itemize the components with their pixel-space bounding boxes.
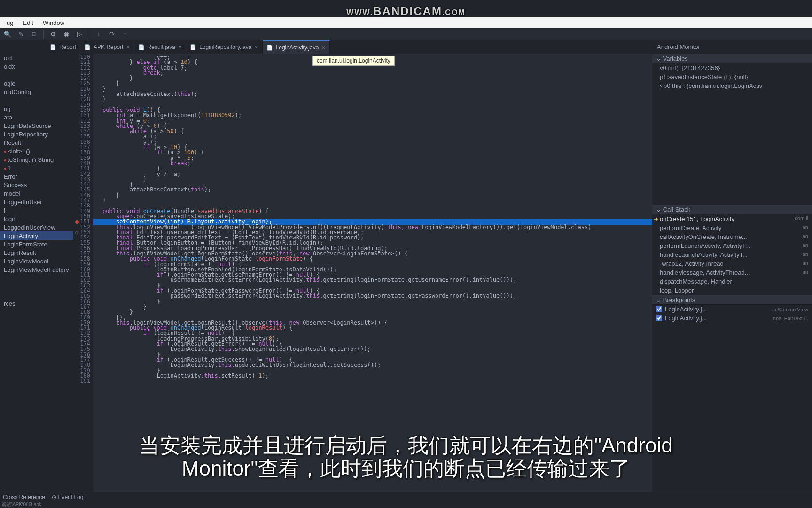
tab-loginrepository-java[interactable]: 📄LoginRepository.java× [186, 40, 262, 54]
tree-item[interactable]: login [0, 214, 73, 223]
stack-frame[interactable]: performCreate, Activityan [652, 223, 812, 232]
code-line[interactable]: int y = 0; [93, 119, 652, 124]
code-line[interactable]: LoginActivity.this.setResult(-1); [93, 373, 652, 379]
tree-item[interactable]: LoginActivity [0, 231, 73, 240]
breakpoint-item[interactable]: LoginActivity.j...final EditText u. [652, 314, 812, 323]
code-line[interactable] [93, 103, 652, 108]
close-icon[interactable]: × [321, 44, 325, 51]
code-line[interactable]: passwordEditText.setError(LoginActivity.… [93, 294, 652, 299]
stack-frame[interactable]: handleMessage, ActivityThread...an [652, 268, 812, 277]
tree-item[interactable] [0, 96, 73, 104]
edit-icon[interactable]: ✎ [17, 31, 24, 38]
variable-item[interactable]: p1:savedInstanceState (L): {null} [652, 72, 812, 81]
tree-item[interactable]: LoginRepository [0, 130, 73, 138]
variable-item[interactable]: p0:this : (com.lian.ui.login.LoginActiv [652, 81, 812, 90]
tab-result-java[interactable]: 📄Result.java× [134, 40, 187, 54]
line-gutter[interactable]: 1201211221231241251261271281291301311321… [73, 54, 93, 493]
code-line[interactable]: } [93, 97, 652, 102]
tree-item[interactable]: LoggedInUser [0, 198, 73, 206]
code-line[interactable]: } [93, 304, 652, 310]
code-line[interactable]: } [93, 310, 652, 315]
tree-item[interactable]: LoginFormState [0, 240, 73, 248]
close-icon[interactable]: × [178, 43, 182, 51]
copy-icon[interactable]: ⧉ [30, 31, 38, 38]
code-line[interactable]: attachBaseContext(this); [93, 92, 652, 97]
menu-debug[interactable]: ug [2, 19, 18, 26]
close-icon[interactable]: × [254, 43, 258, 51]
code-line[interactable]: attachBaseContext(this); [93, 187, 652, 192]
stack-frame[interactable]: loop, Looper [652, 286, 812, 295]
play-icon[interactable]: ▷ [76, 31, 83, 38]
code-line[interactable]: int a = Math.getExponent(1118830592); [93, 113, 652, 118]
close-icon[interactable]: × [126, 43, 130, 51]
step-out-icon[interactable]: ↑ [121, 31, 129, 38]
stack-frame[interactable]: onCreate:151, LoginActivitycom.li [652, 214, 812, 223]
code-editor[interactable]: y++; } else if (a > 10) { goto label_7; … [93, 54, 652, 493]
line-number[interactable]: 181 [73, 379, 90, 384]
tree-item[interactable]: Success [0, 181, 73, 189]
code-line[interactable]: a++; [93, 134, 652, 139]
event-log-link[interactable]: ⊙ Event Log [52, 494, 83, 500]
code-line[interactable]: break; [93, 71, 652, 76]
stack-frame[interactable]: callActivityOnCreate, Instrume...an [652, 232, 812, 241]
tree-item[interactable] [0, 291, 73, 299]
tab-apk-report[interactable]: 📄APK Report× [80, 40, 134, 54]
stack-frame[interactable]: performLaunchActivity, ActivityT...an [652, 241, 812, 250]
tree-item[interactable]: LoginViewModel [0, 257, 73, 265]
tree-item[interactable]: 1 [0, 164, 73, 172]
code-line[interactable]: LoginActivity.this.showLoginFailed(login… [93, 347, 652, 352]
breakpoints-section-header[interactable]: Breakpoints [652, 295, 812, 305]
tree-item[interactable]: LoginResult [0, 248, 73, 257]
tree-item[interactable]: ata [0, 113, 73, 121]
tab-report[interactable]: 📄Report [46, 40, 80, 54]
project-tree[interactable]: oidoidxogleuildConfigugataLoginDataSourc… [0, 54, 73, 493]
tree-item[interactable]: rces [0, 299, 73, 308]
step-into-icon[interactable]: ↓ [95, 31, 102, 38]
code-line[interactable]: y /= a; [93, 172, 652, 177]
tree-item[interactable] [0, 71, 73, 79]
code-line[interactable]: } [93, 76, 652, 81]
breakpoint-item[interactable]: LoginActivity.j...setContentView [652, 305, 812, 314]
code-line[interactable]: usernameEditText.setError(LoginActivity.… [93, 278, 652, 283]
variables-section-header[interactable]: Variables [652, 54, 812, 64]
code-line[interactable]: break; [93, 161, 652, 166]
tree-item[interactable]: LoggedInUserView [0, 223, 73, 231]
callstack-section-header[interactable]: Call Stack [652, 205, 812, 214]
code-line[interactable]: goto label_7; [93, 65, 652, 71]
tree-item[interactable]: i [0, 206, 73, 214]
breakpoint-checkbox[interactable] [656, 306, 662, 312]
code-line[interactable]: LoginActivity.this.updateUiWithUser(logi… [93, 363, 652, 368]
cross-reference-link[interactable]: Cross Reference [3, 494, 45, 500]
menu-edit[interactable]: Edit [18, 19, 38, 26]
step-over-icon[interactable]: ↷ [108, 31, 116, 38]
tree-item[interactable]: <init>: () [0, 147, 73, 155]
tree-item[interactable] [0, 274, 73, 282]
tree-item[interactable] [0, 282, 73, 291]
menu-window[interactable]: Window [38, 19, 69, 26]
stack-frame[interactable]: handleLaunchActivity, ActivityT...an [652, 250, 812, 259]
stack-frame[interactable]: -wrap12, ActivityThreadan [652, 259, 812, 268]
tree-item[interactable]: Result [0, 138, 73, 147]
code-line[interactable]: } [93, 177, 652, 182]
tree-item[interactable]: ug [0, 104, 73, 113]
code-line[interactable] [93, 379, 652, 384]
tree-item[interactable]: uildConfig [0, 87, 73, 96]
tree-item[interactable]: toString: () String [0, 155, 73, 164]
search-icon[interactable]: 🔍 [4, 31, 11, 38]
tree-item[interactable]: oid [0, 54, 73, 62]
settings-icon[interactable]: ⚙ [49, 31, 57, 38]
tab-loginactivity-java[interactable]: 📄LoginActivity.java× [263, 40, 330, 54]
code-line[interactable]: } [93, 81, 652, 86]
stack-frame[interactable]: dispatchMessage, Handler [652, 277, 812, 286]
code-line[interactable]: } [93, 198, 652, 203]
tree-item[interactable]: model [0, 189, 73, 198]
variable-item[interactable]: v0 (int): {2131427356} [652, 64, 812, 72]
breakpoint-checkbox[interactable] [656, 315, 662, 321]
tree-item[interactable]: ogle [0, 79, 73, 87]
tree-item[interactable]: LoginDataSource [0, 121, 73, 130]
tree-item[interactable]: Error [0, 172, 73, 181]
code-line[interactable]: } [93, 299, 652, 304]
code-line[interactable]: } [93, 193, 652, 198]
tree-item[interactable]: LoginViewModelFactory [0, 265, 73, 274]
tree-item[interactable]: oidx [0, 62, 73, 71]
